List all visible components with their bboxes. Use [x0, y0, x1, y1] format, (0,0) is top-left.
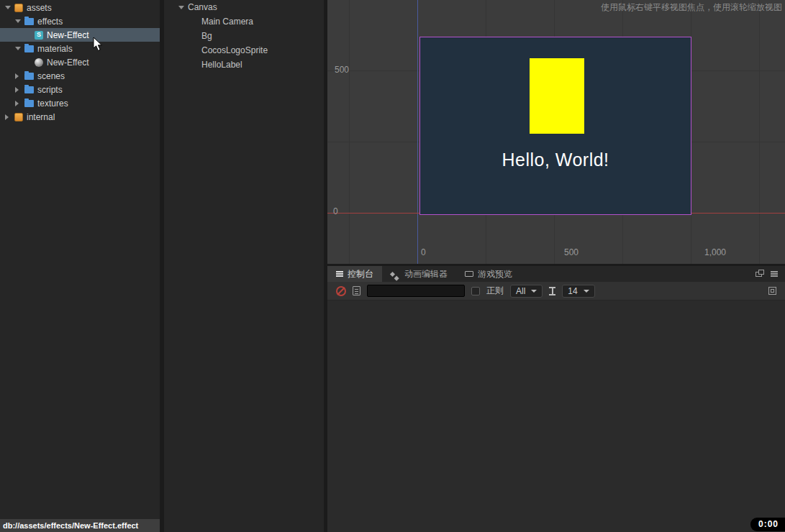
console-search-input[interactable]: [367, 285, 465, 297]
hierarchy-node-label: CocosLogoSprite: [201, 45, 268, 55]
console-panel: 控制台 动画编辑器 游戏预览 正则 All 14: [327, 266, 785, 532]
font-size-icon: [549, 287, 555, 295]
folder-icon: [24, 18, 34, 25]
hierarchy-node-label: Main Camera: [201, 17, 253, 27]
tree-item-label: assets: [27, 3, 52, 13]
ruler-label: 0: [421, 247, 426, 257]
ruler-label: 1,000: [704, 247, 726, 257]
effect-icon-letter: S: [37, 32, 41, 38]
tree-item-scenes[interactable]: scenes: [0, 69, 160, 83]
log-file-icon[interactable]: [353, 286, 360, 295]
hierarchy-node-main-camera[interactable]: Main Camera: [164, 14, 324, 29]
ruler-label: 500: [564, 247, 578, 257]
expand-arrow-icon[interactable]: [5, 114, 14, 120]
hierarchy-panel: Canvas Main Camera Bg CocosLogoSprite He…: [164, 0, 324, 532]
tree-item-label: scenes: [37, 71, 65, 81]
expand-arrow-icon[interactable]: [15, 101, 24, 106]
timer-badge: 0:00: [750, 518, 785, 531]
scene-navigation-hint: 使用鼠标右键平移视图焦点，使用滚轮缩放视图: [601, 1, 782, 14]
hello-label-node[interactable]: Hello, World!: [420, 150, 691, 170]
chevron-down-icon: [584, 290, 589, 293]
log-type-value: All: [516, 286, 525, 296]
keyframes-icon: [390, 271, 395, 276]
tree-item-materials[interactable]: materials: [0, 42, 160, 55]
internal-db-icon: [14, 113, 23, 121]
assets-db-icon: [14, 4, 23, 12]
tree-item-label: scripts: [37, 85, 63, 95]
collapse-arrow-icon[interactable]: [15, 47, 24, 50]
tree-item-label: internal: [27, 112, 55, 122]
tab-console[interactable]: 控制台: [327, 266, 382, 282]
hierarchy-node-hello-label[interactable]: HelloLabel: [164, 58, 324, 72]
tree-item-label: New-Effect: [47, 30, 89, 40]
tab-label: 动画编辑器: [404, 268, 448, 280]
hierarchy-node-label: Canvas: [188, 2, 217, 12]
folder-icon: [24, 45, 34, 52]
hierarchy-node-canvas[interactable]: Canvas: [164, 0, 324, 14]
collapse-logs-icon[interactable]: [768, 287, 776, 295]
undock-panel-icon[interactable]: [755, 272, 762, 277]
console-toolbar: 正则 All 14: [327, 282, 785, 301]
scene-y-axis: [417, 0, 418, 264]
expand-arrow-icon[interactable]: [15, 73, 24, 79]
tab-animation-editor[interactable]: 动画编辑器: [382, 266, 456, 282]
tree-item-new-effect[interactable]: S New-Effect: [0, 28, 160, 42]
asset-path-statusbar: db://assets/effects/New-Effect.effect: [0, 519, 160, 532]
font-size-dropdown[interactable]: 14: [562, 285, 594, 298]
effect-file-icon: S: [35, 31, 43, 40]
tree-item-assets[interactable]: assets: [0, 1, 160, 14]
tab-label: 控制台: [348, 268, 373, 280]
chevron-down-icon: [531, 290, 537, 293]
font-size-value: 14: [568, 286, 577, 296]
tree-item-label: effects: [37, 17, 63, 27]
folder-icon: [24, 100, 34, 107]
tree-item-new-effect-material[interactable]: New-Effect: [0, 55, 160, 69]
scene-view[interactable]: 500 0 0 500 1,000 Hello, World! 使用鼠标右键平移…: [327, 0, 785, 264]
folder-icon: [24, 86, 34, 93]
collapse-arrow-icon[interactable]: [5, 6, 14, 9]
hierarchy-node-bg[interactable]: Bg: [164, 29, 324, 43]
clear-console-icon[interactable]: [336, 286, 346, 296]
assets-panel: assets effects S New-Effect materials Ne…: [0, 0, 160, 532]
tab-label: 游戏预览: [478, 268, 512, 280]
hierarchy-node-label: HelloLabel: [201, 60, 242, 70]
scene-canvas-node[interactable]: Hello, World!: [419, 37, 691, 215]
folder-icon: [24, 73, 34, 80]
regex-checkbox[interactable]: [471, 287, 480, 295]
log-type-dropdown[interactable]: All: [510, 285, 543, 298]
ruler-label: 0: [333, 206, 338, 216]
tree-item-effects[interactable]: effects: [0, 14, 160, 28]
tree-item-scripts[interactable]: scripts: [0, 83, 160, 96]
expand-arrow-icon[interactable]: [15, 87, 24, 93]
tree-item-label: New-Effect: [47, 58, 89, 68]
ruler-label: 500: [335, 65, 349, 75]
preview-monitor-icon: [465, 271, 473, 277]
collapse-arrow-icon[interactable]: [178, 6, 188, 9]
material-sphere-icon: [35, 58, 43, 67]
tree-item-label: textures: [37, 98, 68, 109]
panel-menu-icon[interactable]: [771, 271, 778, 272]
cocos-logo-sprite-node[interactable]: [530, 58, 584, 134]
tree-item-internal[interactable]: internal: [0, 110, 160, 124]
tab-game-preview[interactable]: 游戏预览: [456, 266, 521, 282]
console-log-area[interactable]: [327, 301, 785, 532]
tabbar-actions: [755, 266, 785, 282]
console-tabbar: 控制台 动画编辑器 游戏预览: [327, 266, 785, 282]
console-icon: [336, 271, 343, 272]
collapse-arrow-icon[interactable]: [15, 19, 24, 23]
hierarchy-node-cocos-logo-sprite[interactable]: CocosLogoSprite: [164, 43, 324, 58]
assets-tree: assets effects S New-Effect materials Ne…: [0, 1, 160, 124]
tree-item-textures[interactable]: textures: [0, 96, 160, 110]
regex-label: 正则: [486, 285, 504, 297]
tree-item-label: materials: [37, 44, 73, 54]
hierarchy-node-label: Bg: [201, 31, 212, 41]
